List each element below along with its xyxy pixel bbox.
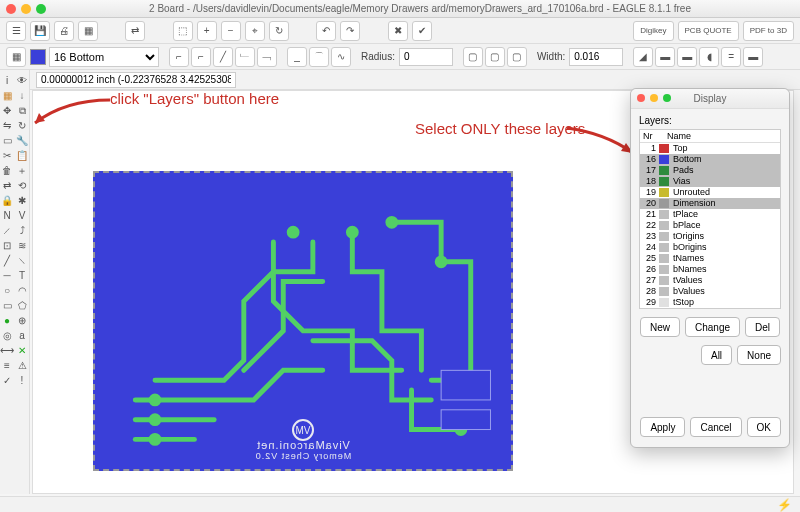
layer-row[interactable]: 16Bottom [640,154,780,165]
smash-tool-icon[interactable]: ✱ [16,194,29,207]
width-input[interactable] [569,48,623,66]
miter-tool-icon[interactable]: ⟋ [1,224,14,237]
none-button[interactable]: None [737,345,781,365]
layer-row[interactable]: 21tPlace [640,209,780,220]
pdf-3d-button[interactable]: PDF to 3D [743,21,794,41]
attribute-tool-icon[interactable]: a [16,329,29,342]
save-button[interactable]: 💾 [30,21,50,41]
style-straight-button[interactable]: ⎯ [287,47,307,67]
ok-button[interactable]: OK [747,417,781,437]
bend-1-button[interactable]: ⌐ [191,47,211,67]
optimize-tool-icon[interactable]: ⊡ [1,239,14,252]
drc-tool-icon[interactable]: ✓ [1,374,14,387]
layer-selector[interactable]: 16 Bottom [30,47,159,67]
cancel-button[interactable]: Cancel [690,417,741,437]
layer-row[interactable]: 27tValues [640,275,780,286]
layer-row[interactable]: 23tOrigins [640,231,780,242]
move-tool-icon[interactable]: ✥ [1,104,14,117]
miter-3-button[interactable]: ▢ [507,47,527,67]
layer-row[interactable]: 17Pads [640,165,780,176]
dialog-close-icon[interactable] [637,94,645,102]
layer-row[interactable]: 24bOrigins [640,242,780,253]
layer-row[interactable]: 20Dimension [640,198,780,209]
name-tool-icon[interactable]: N [1,209,14,222]
split-tool-icon[interactable]: ⤴ [16,224,29,237]
mark-tool-icon[interactable]: ↓ [16,89,29,102]
meander-tool-icon[interactable]: ≋ [16,239,29,252]
zoom-icon[interactable] [36,4,46,14]
layer-row[interactable]: 30bStop [640,308,780,309]
eye-tool-icon[interactable]: 👁 [16,74,29,87]
open-button[interactable]: ☰ [6,21,26,41]
end-2-button[interactable]: ▬ [655,47,675,67]
miter-1-button[interactable]: ▢ [463,47,483,67]
end-1-button[interactable]: ◢ [633,47,653,67]
layer-row[interactable]: 28bValues [640,286,780,297]
dimension-tool-icon[interactable]: ⟷ [1,344,14,357]
polygon-tool-icon[interactable]: ⬠ [16,299,29,312]
close-icon[interactable] [6,4,16,14]
del-button[interactable]: Del [745,317,780,337]
layer-row[interactable]: 29tStop [640,297,780,308]
layer-dropdown[interactable]: 16 Bottom [49,47,159,67]
print-button[interactable]: 🖨 [54,21,74,41]
dialog-zoom-icon[interactable] [663,94,671,102]
coordinate-field[interactable] [36,72,236,88]
layer-row[interactable]: 26bNames [640,264,780,275]
layer-row[interactable]: 18Vias [640,176,780,187]
circle-tool-icon[interactable]: ○ [1,284,14,297]
paste-tool-icon[interactable]: 📋 [16,149,29,162]
digikey-button[interactable]: Digikey [633,21,673,41]
lock-tool-icon[interactable]: 🔒 [1,194,14,207]
zoom-out-button[interactable]: − [221,21,241,41]
route-tool-icon[interactable]: ╱ [1,254,14,267]
switch-button[interactable]: ⇄ [125,21,145,41]
add-tool-icon[interactable]: ＋ [16,164,29,177]
style-free-button[interactable]: ∿ [331,47,351,67]
via-tool-icon[interactable]: ● [1,314,14,327]
info-tool-icon[interactable]: i [1,74,14,87]
pinswap-tool-icon[interactable]: ⇄ [1,179,14,192]
mirror-tool-icon[interactable]: ⇋ [1,119,14,132]
end-4-button[interactable]: ◖ [699,47,719,67]
pcb-quote-button[interactable]: PCB QUOTE [678,21,739,41]
layers-listbox[interactable]: Nr Name 1Top16Bottom17Pads18Vias19Unrout… [639,129,781,309]
end-3-button[interactable]: ▬ [677,47,697,67]
redo-button[interactable]: ↷ [340,21,360,41]
erc-tool-icon[interactable]: ⚠ [16,359,29,372]
cam-button[interactable]: ▦ [78,21,98,41]
layer-row[interactable]: 1Top [640,143,780,154]
bend-3-button[interactable]: ﹂ [235,47,255,67]
go-button[interactable]: ✔ [412,21,432,41]
bend-0-button[interactable]: ⌐ [169,47,189,67]
value-tool-icon[interactable]: V [16,209,29,222]
end-6-button[interactable]: ▬ [743,47,763,67]
ripup-tool-icon[interactable]: ⟍ [16,254,29,267]
layer-row[interactable]: 25tNames [640,253,780,264]
layers-tool-icon[interactable]: ▦ [1,89,14,102]
group-tool-icon[interactable]: ▭ [1,134,14,147]
zoom-fit-button[interactable]: ⬚ [173,21,193,41]
rect-tool-icon[interactable]: ▭ [1,299,14,312]
auto-tool-icon[interactable]: ≡ [1,359,14,372]
signal-tool-icon[interactable]: ⊕ [16,314,29,327]
end-5-button[interactable]: = [721,47,741,67]
wire-tool-icon[interactable]: ─ [1,269,14,282]
grid-button[interactable]: ▦ [6,47,26,67]
text-tool-icon[interactable]: T [16,269,29,282]
replace-tool-icon[interactable]: ⟲ [16,179,29,192]
cut-tool-icon[interactable]: ✂ [1,149,14,162]
zoom-in-button[interactable]: + [197,21,217,41]
redraw-button[interactable]: ↻ [269,21,289,41]
layer-row[interactable]: 22bPlace [640,220,780,231]
style-arc-button[interactable]: ⌒ [309,47,329,67]
all-button[interactable]: All [701,345,732,365]
zoom-select-button[interactable]: ⌖ [245,21,265,41]
radius-input[interactable] [399,48,453,66]
delete-tool-icon[interactable]: 🗑 [1,164,14,177]
layer-row[interactable]: 19Unrouted [640,187,780,198]
arc-tool-icon[interactable]: ◠ [16,284,29,297]
bend-4-button[interactable]: ﹁ [257,47,277,67]
minimize-icon[interactable] [21,4,31,14]
miter-2-button[interactable]: ▢ [485,47,505,67]
